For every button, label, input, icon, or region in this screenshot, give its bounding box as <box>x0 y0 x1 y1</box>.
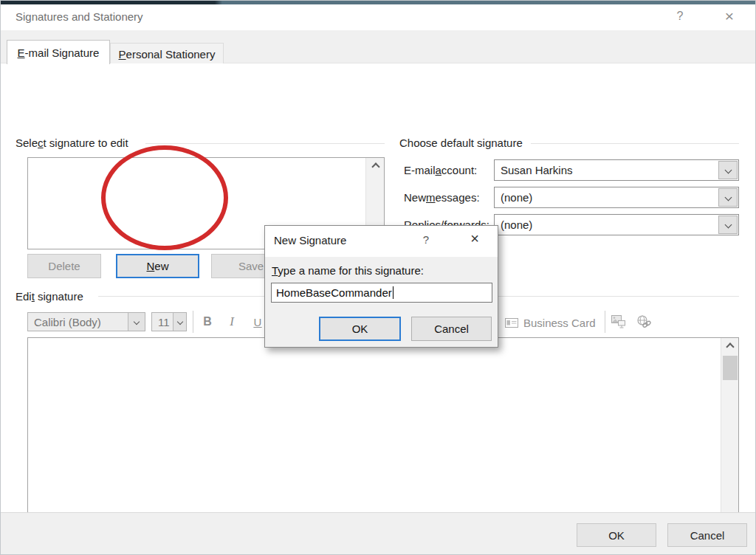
font-size-select[interactable]: 11 <box>151 312 187 331</box>
ok-button[interactable]: OK <box>577 523 656 547</box>
tab-personal-stationery[interactable]: Personal Stationery <box>110 43 224 64</box>
email-account-select[interactable]: Susan Harkins <box>494 159 739 181</box>
signature-name-input[interactable]: HomeBaseCommander <box>271 283 492 303</box>
scrollbar-thumb[interactable] <box>723 356 738 380</box>
default-signature-heading-rule <box>531 143 739 144</box>
chevron-down-icon[interactable] <box>718 216 738 234</box>
tab-email-signature[interactable]: E-mail Signature <box>7 40 110 64</box>
dialog-footer: OK Cancel <box>1 512 756 555</box>
business-card-button[interactable]: Business Card <box>505 313 596 332</box>
replies-forwards-value: (none) <box>501 215 532 235</box>
signature-body-editor[interactable] <box>27 337 739 536</box>
close-icon[interactable]: × <box>720 7 739 25</box>
dialog-titlebar: Signatures and Stationery ? × <box>1 4 756 30</box>
chevron-down-icon[interactable] <box>718 188 738 207</box>
toolbar-separator <box>605 311 605 333</box>
chevron-down-icon[interactable] <box>173 313 186 331</box>
signature-name-value: HomeBaseCommander <box>276 286 392 299</box>
scroll-up-icon[interactable] <box>366 159 385 174</box>
modal-close-icon[interactable]: × <box>466 230 484 247</box>
tab-band: E-mail Signature Personal Stationery <box>1 30 756 63</box>
cancel-button[interactable]: Cancel <box>667 523 747 547</box>
italic-button[interactable]: I <box>223 313 241 331</box>
text-caret <box>393 286 394 299</box>
edit-signature-heading: Edit signature <box>16 290 83 303</box>
new-messages-value: (none) <box>501 187 532 207</box>
font-size-value: 11 <box>158 313 170 331</box>
editor-scrollbar[interactable] <box>721 338 738 535</box>
toolbar-separator <box>193 311 193 333</box>
new-signature-dialog: New Signature ? × Type a name for this s… <box>264 225 498 348</box>
insert-picture-icon[interactable] <box>611 315 626 328</box>
modal-titlebar: New Signature ? × <box>265 226 498 257</box>
tab-personal-stationery-label: Personal Stationery <box>119 48 216 61</box>
delete-button[interactable]: Delete <box>27 254 101 278</box>
email-account-value: Susan Harkins <box>501 160 573 180</box>
business-card-icon <box>505 318 518 328</box>
new-button[interactable]: New <box>116 254 199 278</box>
email-account-label: E-mail account: <box>404 159 477 181</box>
modal-help-icon[interactable]: ? <box>419 233 433 246</box>
modal-cancel-button[interactable]: Cancel <box>411 317 492 341</box>
signature-name-label: Type a name for this signature: <box>272 264 424 277</box>
dialog-title: Signatures and Stationery <box>16 10 143 23</box>
annotation-circle <box>101 145 228 250</box>
business-card-label: Business Card <box>523 317 596 329</box>
modal-title: New Signature <box>274 234 346 247</box>
new-messages-label: New messages: <box>404 187 480 208</box>
select-signature-heading-rule <box>145 143 385 144</box>
default-signature-heading: Choose default signature <box>399 137 523 149</box>
chevron-down-icon[interactable] <box>718 161 738 179</box>
chevron-down-icon[interactable] <box>128 313 145 331</box>
modal-ok-button[interactable]: OK <box>319 317 401 341</box>
select-signature-heading: Select signature to edit <box>16 137 128 149</box>
font-name-value: Calibri (Body) <box>34 313 101 331</box>
replies-forwards-select[interactable]: (none) <box>494 214 739 235</box>
font-name-select[interactable]: Calibri (Body) <box>27 312 145 331</box>
bold-button[interactable]: B <box>199 313 216 331</box>
insert-hyperlink-icon[interactable] <box>636 315 651 328</box>
new-messages-select[interactable]: (none) <box>494 187 739 208</box>
help-icon[interactable]: ? <box>671 10 689 23</box>
signatures-and-stationery-dialog: Signatures and Stationery ? × E-mail Sig… <box>0 0 756 555</box>
tab-email-signature-label: E-mail Signature <box>18 46 100 59</box>
scroll-up-icon[interactable] <box>721 339 739 354</box>
